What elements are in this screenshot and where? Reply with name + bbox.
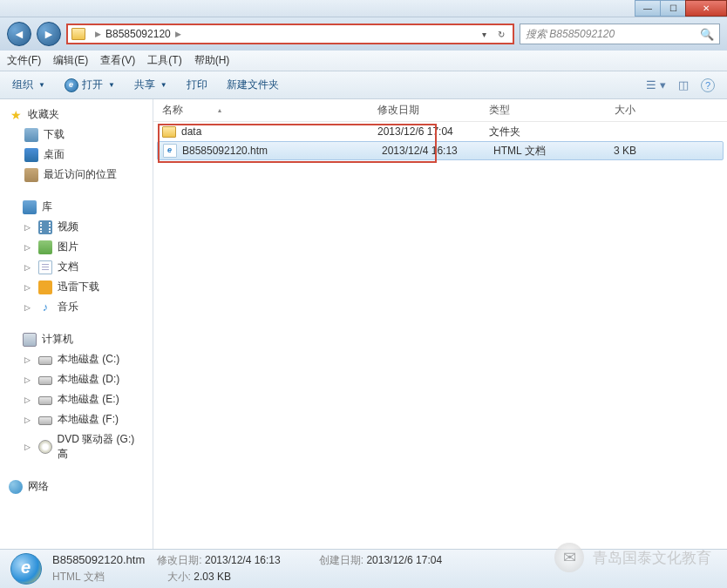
status-modified-value: 2013/12/4 16:13 (205, 554, 281, 566)
thunder-icon (38, 280, 52, 294)
video-icon (38, 220, 52, 234)
ie-icon (65, 78, 78, 92)
html-file-icon (163, 144, 177, 158)
window-titlebar: — ☐ ✕ (0, 0, 727, 17)
status-filename: B8585092120.htm (52, 553, 145, 568)
star-icon: ★ (9, 108, 23, 122)
menu-tools[interactable]: 工具(T) (147, 53, 181, 68)
sidebar-item-recent[interactable]: 最近访问的位置 (0, 165, 153, 185)
menubar: 文件(F) 编辑(E) 查看(V) 工具(T) 帮助(H) (0, 51, 727, 71)
refresh-button[interactable]: ↻ (493, 30, 509, 39)
picture-icon (38, 240, 52, 254)
folder-icon (162, 126, 176, 138)
search-input[interactable]: 搜索 B8585092120 🔍 (520, 24, 720, 44)
preview-pane-button[interactable]: ◫ (678, 78, 689, 91)
watermark: ✉ 青岛国泰文化教育 (554, 543, 711, 572)
menu-help[interactable]: 帮助(H) (194, 53, 230, 68)
sidebar-item-drive-d[interactable]: ▷本地磁盘 (D:) (0, 369, 153, 389)
desktop-icon (24, 148, 38, 162)
expand-icon: ▷ (24, 355, 33, 364)
view-options-button[interactable]: ☰ ▾ (646, 78, 666, 91)
drive-icon (38, 356, 52, 365)
file-row-folder[interactable]: data 2013/12/6 17:04 文件夹 (153, 122, 727, 141)
new-folder-button[interactable]: 新建文件夹 (227, 78, 279, 92)
status-modified-label: 修改日期: (157, 554, 201, 566)
column-type[interactable]: 类型 (489, 103, 590, 118)
sidebar-item-thunder[interactable]: ▷迅雷下载 (0, 277, 153, 297)
toolbar: 组织▼ 打开▼ 共享▼ 打印 新建文件夹 ☰ ▾ ◫ ? (0, 71, 727, 99)
status-created-label: 创建日期: (319, 554, 364, 566)
expand-icon: ▷ (24, 375, 33, 384)
address-bar[interactable]: ▶ B8585092120 ▶ ▾ ↻ (66, 24, 514, 44)
library-icon (23, 200, 37, 214)
sidebar-item-dvd[interactable]: ▷DVD 驱动器 (G:) 高 (0, 429, 153, 464)
sidebar-item-documents[interactable]: ▷文档 (0, 257, 153, 277)
drive-icon (38, 396, 52, 405)
sidebar-item-drive-e[interactable]: ▷本地磁盘 (E:) (0, 389, 153, 409)
organize-button[interactable]: 组织▼ (12, 78, 45, 92)
document-icon (38, 260, 52, 274)
column-name[interactable]: 名称▴ (153, 103, 377, 118)
column-size[interactable]: 大小 (590, 103, 642, 118)
chevron-down-icon: ▼ (160, 81, 167, 89)
expand-icon: ▷ (24, 416, 33, 424)
sidebar-item-music[interactable]: ▷♪音乐 (0, 297, 153, 317)
drive-icon (38, 416, 52, 425)
menu-edit[interactable]: 编辑(E) (53, 53, 88, 68)
watermark-icon: ✉ (554, 543, 584, 572)
dvd-icon (38, 440, 52, 454)
download-icon (24, 128, 38, 142)
sidebar-item-downloads[interactable]: 下载 (0, 125, 153, 145)
menu-view[interactable]: 查看(V) (100, 53, 135, 68)
expand-icon: ▷ (24, 243, 33, 252)
sidebar-item-videos[interactable]: ▷视频 (0, 217, 153, 237)
breadcrumb-separator-icon: ▶ (175, 30, 181, 38)
help-button[interactable]: ? (701, 78, 715, 92)
file-row-html[interactable]: B8585092120.htm 2013/12/4 16:13 HTML 文档 … (157, 141, 724, 160)
open-button[interactable]: 打开▼ (65, 78, 115, 92)
menu-file[interactable]: 文件(F) (7, 53, 41, 68)
print-button[interactable]: 打印 (187, 78, 207, 92)
watermark-text: 青岛国泰文化教育 (593, 548, 711, 568)
drive-icon (38, 376, 52, 385)
recent-icon (24, 168, 38, 182)
breadcrumb[interactable]: B8585092120 (105, 28, 171, 40)
chevron-down-icon: ▼ (38, 81, 45, 89)
breadcrumb-separator-icon: ▶ (95, 30, 101, 38)
share-button[interactable]: 共享▼ (134, 78, 167, 92)
maximize-button[interactable]: ☐ (660, 0, 686, 17)
network-icon (9, 480, 23, 494)
status-size-label: 大小: (167, 571, 191, 583)
expand-icon: ▷ (24, 263, 33, 272)
address-dropdown-icon[interactable]: ▾ (476, 30, 492, 39)
sidebar-network-header[interactable]: 网络 (0, 476, 153, 497)
search-placeholder: 搜索 B8585092120 (526, 27, 700, 42)
computer-icon (23, 333, 37, 347)
expand-icon: ▷ (24, 283, 33, 292)
expand-icon: ▷ (24, 395, 33, 404)
sidebar-item-drive-f[interactable]: ▷本地磁盘 (F:) (0, 409, 153, 429)
sidebar-libraries-header[interactable]: 库 (0, 197, 153, 217)
sidebar-favorites-header[interactable]: ★收藏夹 (0, 105, 153, 125)
ie-large-icon (10, 553, 42, 585)
close-button[interactable]: ✕ (685, 0, 727, 17)
address-bar-row: ◄ ► ▶ B8585092120 ▶ ▾ ↻ 搜索 B8585092120 🔍 (0, 17, 727, 51)
minimize-button[interactable]: — (635, 0, 661, 17)
folder-icon (71, 28, 85, 40)
file-list-pane: 名称▴ 修改日期 类型 大小 data 2013/12/6 17:04 文件夹 … (153, 99, 727, 549)
expand-icon: ▷ (24, 303, 33, 312)
status-size-value: 2.03 KB (194, 571, 231, 583)
music-icon: ♪ (38, 301, 52, 314)
column-headers: 名称▴ 修改日期 类型 大小 (153, 99, 727, 122)
sidebar-item-pictures[interactable]: ▷图片 (0, 237, 153, 257)
expand-icon: ▷ (24, 223, 33, 232)
column-date[interactable]: 修改日期 (377, 103, 489, 118)
sidebar-computer-header[interactable]: 计算机 (0, 329, 153, 349)
nav-back-button[interactable]: ◄ (7, 22, 31, 46)
status-filetype: HTML 文档 (52, 570, 105, 585)
sidebar-item-desktop[interactable]: 桌面 (0, 145, 153, 165)
expand-icon: ▷ (24, 443, 33, 451)
sidebar-item-drive-c[interactable]: ▷本地磁盘 (C:) (0, 349, 153, 369)
nav-forward-button[interactable]: ► (37, 22, 61, 46)
search-icon: 🔍 (700, 28, 714, 41)
